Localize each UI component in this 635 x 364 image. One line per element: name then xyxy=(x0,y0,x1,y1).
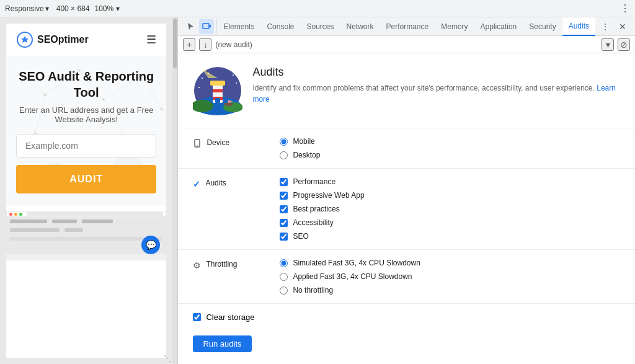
throttling-fast3g-radio[interactable] xyxy=(280,259,288,267)
svg-point-23 xyxy=(202,78,203,79)
zoom-value: 100% xyxy=(94,4,113,13)
toolbar-more-button[interactable]: ⋮ xyxy=(620,2,630,14)
resize-handle[interactable]: ⋱ xyxy=(164,354,171,363)
cursor-icon xyxy=(185,22,195,32)
device-label: Device xyxy=(206,138,229,147)
audits-title: Audits xyxy=(252,66,620,79)
chevron-down-icon: ▾ xyxy=(45,4,49,13)
device-mobile-radio[interactable] xyxy=(280,138,288,146)
clear-storage-checkbox[interactable] xyxy=(193,313,201,321)
device-toggle-button[interactable] xyxy=(199,19,214,34)
zoom-display: 100% ▾ xyxy=(94,4,119,13)
audits-hero-text: Audits Identify and fix common problems … xyxy=(252,66,620,105)
svg-point-40 xyxy=(197,145,198,146)
audit-checkbox-group: Performance Progressive Web App Best pra… xyxy=(280,177,620,241)
audit-seo[interactable]: SEO xyxy=(280,232,620,241)
accessibility-checkbox[interactable] xyxy=(280,219,288,227)
performance-label: Performance xyxy=(293,177,335,186)
dropdown-button[interactable]: ▾ xyxy=(602,38,614,51)
devtools-close-button[interactable]: ✕ xyxy=(615,19,630,34)
width-value: 400 xyxy=(56,4,69,13)
throttling-fast3g-label: Simulated Fast 3G, 4x CPU Slowdown xyxy=(293,259,420,267)
audits-content: Audits Identify and fix common problems … xyxy=(178,53,635,364)
throttling-row: ⚙ Throttling Simulated Fast 3G, 4x CPU S… xyxy=(178,250,635,304)
preview-bar-4 xyxy=(10,228,60,232)
tab-console[interactable]: Console xyxy=(260,17,300,36)
hero-section: SEO Audit & Reporting Tool Enter an URL … xyxy=(6,56,166,206)
device-label-area: Device xyxy=(193,137,267,149)
hamburger-menu-icon[interactable]: ☰ xyxy=(146,33,156,47)
throttling-fast3g[interactable]: Simulated Fast 3G, 4x CPU Slowdown xyxy=(280,259,620,267)
accessibility-label: Accessibility xyxy=(293,218,333,227)
best-practices-checkbox[interactable] xyxy=(280,205,288,213)
svg-rect-21 xyxy=(210,25,211,27)
throttling-applied3g-radio[interactable] xyxy=(280,273,288,281)
performance-checkbox[interactable] xyxy=(280,178,288,186)
svg-rect-34 xyxy=(215,98,220,103)
device-mobile-option[interactable]: Mobile xyxy=(280,137,620,146)
audit-performance[interactable]: Performance xyxy=(280,177,620,186)
seo-checkbox[interactable] xyxy=(280,233,288,241)
phone-icon xyxy=(193,139,202,148)
pwa-checkbox[interactable] xyxy=(280,192,288,200)
preview-bar-1 xyxy=(10,220,47,223)
add-audit-button[interactable]: + xyxy=(183,38,195,51)
chevron-down-icon: ▾ xyxy=(116,4,120,13)
audit-button[interactable]: AUDIT xyxy=(16,165,156,193)
audit-checkboxes: Performance Progressive Web App Best pra… xyxy=(280,177,620,241)
throttling-none[interactable]: No throttling xyxy=(280,286,620,295)
tab-security[interactable]: Security xyxy=(523,17,562,36)
dot-green xyxy=(19,213,22,216)
device-radio-group: Mobile Desktop xyxy=(280,137,620,159)
audit-pwa[interactable]: Progressive Web App xyxy=(280,191,620,200)
devtools-more-button[interactable]: ⋮ xyxy=(598,19,613,34)
clear-audit-button[interactable]: ⊘ xyxy=(618,38,630,51)
device-row: Device Mobile Desktop xyxy=(178,128,635,169)
seoptimer-logo-icon xyxy=(16,31,33,48)
throttling-none-radio[interactable] xyxy=(280,286,288,295)
responsive-text: Responsive xyxy=(5,4,44,13)
audits-checks-row: ✓ Audits Performance Progressive Web App xyxy=(178,169,635,250)
inspect-element-button[interactable] xyxy=(183,19,198,34)
tab-application[interactable]: Application xyxy=(474,17,523,36)
device-icon xyxy=(202,22,211,32)
devtools-tabs: Elements Console Sources Network Perform… xyxy=(178,17,635,36)
throttling-options: Simulated Fast 3G, 4x CPU Slowdown Appli… xyxy=(280,259,620,295)
dot-yellow xyxy=(14,213,17,216)
tab-memory[interactable]: Memory xyxy=(435,17,474,36)
new-audit-label: (new audit) xyxy=(215,40,598,49)
device-desktop-option[interactable]: Desktop xyxy=(280,151,620,159)
right-panel: Elements Console Sources Network Perform… xyxy=(178,17,635,364)
url-input[interactable] xyxy=(16,134,156,158)
tab-performance[interactable]: Performance xyxy=(380,17,435,36)
preview-bar-6 xyxy=(10,237,162,241)
responsive-label[interactable]: Responsive ▾ xyxy=(5,4,49,13)
audits-hero: Audits Identify and fix common problems … xyxy=(178,53,635,128)
audits-label-area: ✓ Audits xyxy=(193,177,267,189)
tab-audits[interactable]: Audits xyxy=(562,17,595,36)
device-desktop-radio[interactable] xyxy=(280,151,288,159)
pwa-label: Progressive Web App xyxy=(293,191,364,200)
gear-icon: ⚙ xyxy=(193,260,201,270)
throttling-label-area: ⚙ Throttling xyxy=(193,259,267,270)
preview-bar-5 xyxy=(64,228,83,232)
preview-row-2 xyxy=(6,226,166,234)
audit-accessibility[interactable]: Accessibility xyxy=(280,218,620,227)
device-mobile-label: Mobile xyxy=(293,137,314,146)
device-options: Mobile Desktop xyxy=(280,137,620,159)
lighthouse-illustration xyxy=(193,66,242,115)
throttling-applied3g[interactable]: Applied Fast 3G, 4x CPU Slowdown xyxy=(280,272,620,281)
dimensions-display: 400 × 684 xyxy=(56,4,90,13)
hero-subtitle: Enter an URL address and get a Free Webs… xyxy=(16,105,156,124)
svg-rect-20 xyxy=(203,24,209,29)
audit-best-practices[interactable]: Best practices xyxy=(280,205,620,213)
tab-sources[interactable]: Sources xyxy=(300,17,340,36)
run-audits-button[interactable]: Run audits xyxy=(193,335,251,352)
scrollbar[interactable] xyxy=(172,17,177,364)
mobile-frame: SEOptimer ☰ xyxy=(6,24,166,358)
preview-bar-2 xyxy=(52,220,77,223)
tab-network[interactable]: Network xyxy=(340,17,380,36)
back-button[interactable]: ↓ xyxy=(199,38,211,51)
tab-elements[interactable]: Elements xyxy=(217,17,260,36)
svg-point-6 xyxy=(160,108,163,111)
